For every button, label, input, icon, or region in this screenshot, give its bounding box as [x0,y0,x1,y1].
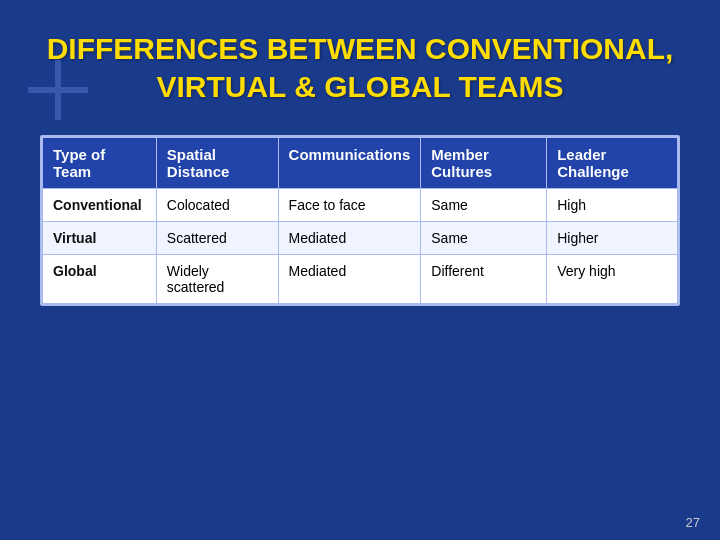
table-header-3: Member Cultures [421,138,547,189]
page-number: 27 [686,515,700,530]
table-cell-2-1: Widely scattered [156,255,278,304]
table-row: GlobalWidely scatteredMediatedDifferentV… [43,255,678,304]
table-row: VirtualScatteredMediatedSameHigher [43,222,678,255]
comparison-table-wrapper: Type of TeamSpatial DistanceCommunicatio… [40,135,680,306]
table-cell-1-2: Mediated [278,222,421,255]
table-cell-0-1: Colocated [156,189,278,222]
table-cell-1-0: Virtual [43,222,157,255]
table-cell-1-1: Scattered [156,222,278,255]
table-cell-1-4: Higher [547,222,678,255]
table-header-0: Type of Team [43,138,157,189]
table-body: ConventionalColocatedFace to faceSameHig… [43,189,678,304]
table-row: ConventionalColocatedFace to faceSameHig… [43,189,678,222]
table-cell-2-4: Very high [547,255,678,304]
table-header-row: Type of TeamSpatial DistanceCommunicatio… [43,138,678,189]
table-cell-0-3: Same [421,189,547,222]
slide: DIFFERENCES BETWEEN CONVENTIONAL, VIRTUA… [0,0,720,540]
slide-title: DIFFERENCES BETWEEN CONVENTIONAL, VIRTUA… [40,30,680,105]
comparison-table: Type of TeamSpatial DistanceCommunicatio… [42,137,678,304]
table-cell-0-0: Conventional [43,189,157,222]
table-cell-2-3: Different [421,255,547,304]
table-cell-0-2: Face to face [278,189,421,222]
table-header-4: Leader Challenge [547,138,678,189]
table-header-2: Communications [278,138,421,189]
table-cell-2-2: Mediated [278,255,421,304]
table-cell-0-4: High [547,189,678,222]
decorative-cross [28,60,88,120]
table-cell-2-0: Global [43,255,157,304]
table-cell-1-3: Same [421,222,547,255]
table-header-1: Spatial Distance [156,138,278,189]
